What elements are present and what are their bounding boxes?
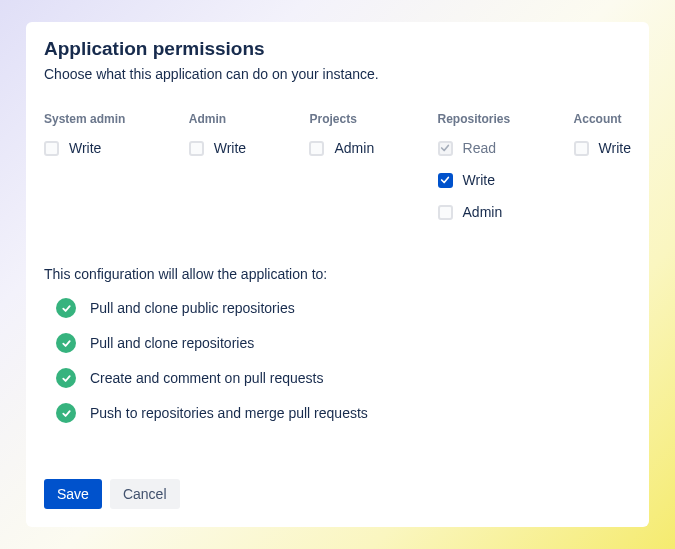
check-circle-icon (56, 333, 76, 353)
checkbox-label: Read (463, 140, 496, 156)
system-admin-write-row[interactable]: Write (44, 140, 125, 156)
check-circle-icon (56, 368, 76, 388)
col-header: System admin (44, 112, 125, 126)
col-header: Admin (189, 112, 246, 126)
checkbox-empty-icon[interactable] (574, 141, 589, 156)
checkbox-empty-icon[interactable] (189, 141, 204, 156)
checkbox-label: Write (463, 172, 495, 188)
repositories-read-row: Read (438, 140, 511, 156)
allow-item: Pull and clone public repositories (56, 298, 631, 318)
col-projects: Projects Admin (309, 112, 374, 236)
checkbox-empty-icon[interactable] (309, 141, 324, 156)
allow-text: Push to repositories and merge pull requ… (90, 405, 368, 421)
allow-text: Create and comment on pull requests (90, 370, 323, 386)
allow-list: Pull and clone public repositories Pull … (44, 298, 631, 423)
checkbox-disabled-checked-icon (438, 141, 453, 156)
repositories-admin-row[interactable]: Admin (438, 204, 511, 220)
config-intro: This configuration will allow the applic… (44, 266, 631, 282)
col-account: Account Write (574, 112, 631, 236)
col-header: Projects (309, 112, 374, 126)
check-icon (440, 143, 450, 153)
allow-item: Create and comment on pull requests (56, 368, 631, 388)
repositories-write-row[interactable]: Write (438, 172, 511, 188)
check-circle-icon (56, 298, 76, 318)
check-circle-icon (56, 403, 76, 423)
cancel-button[interactable]: Cancel (110, 479, 180, 509)
button-row: Save Cancel (44, 479, 631, 509)
allow-text: Pull and clone repositories (90, 335, 254, 351)
checkbox-label: Admin (334, 140, 374, 156)
page-title: Application permissions (44, 38, 631, 60)
col-header: Repositories (438, 112, 511, 126)
permissions-card: Application permissions Choose what this… (26, 22, 649, 527)
allow-item: Push to repositories and merge pull requ… (56, 403, 631, 423)
check-icon (440, 175, 450, 185)
checkbox-empty-icon[interactable] (44, 141, 59, 156)
allow-text: Pull and clone public repositories (90, 300, 295, 316)
col-repositories: Repositories Read Write Admin (438, 112, 511, 236)
checkbox-label: Write (69, 140, 101, 156)
admin-write-row[interactable]: Write (189, 140, 246, 156)
checkbox-label: Write (599, 140, 631, 156)
page-subtitle: Choose what this application can do on y… (44, 66, 631, 82)
col-header: Account (574, 112, 631, 126)
save-button[interactable]: Save (44, 479, 102, 509)
col-admin: Admin Write (189, 112, 246, 236)
allow-item: Pull and clone repositories (56, 333, 631, 353)
permissions-grid: System admin Write Admin Write Projects … (44, 112, 631, 236)
col-system-admin: System admin Write (44, 112, 125, 236)
checkbox-empty-icon[interactable] (438, 205, 453, 220)
projects-admin-row[interactable]: Admin (309, 140, 374, 156)
checkbox-label: Write (214, 140, 246, 156)
account-write-row[interactable]: Write (574, 140, 631, 156)
checkbox-checked-icon[interactable] (438, 173, 453, 188)
checkbox-label: Admin (463, 204, 503, 220)
